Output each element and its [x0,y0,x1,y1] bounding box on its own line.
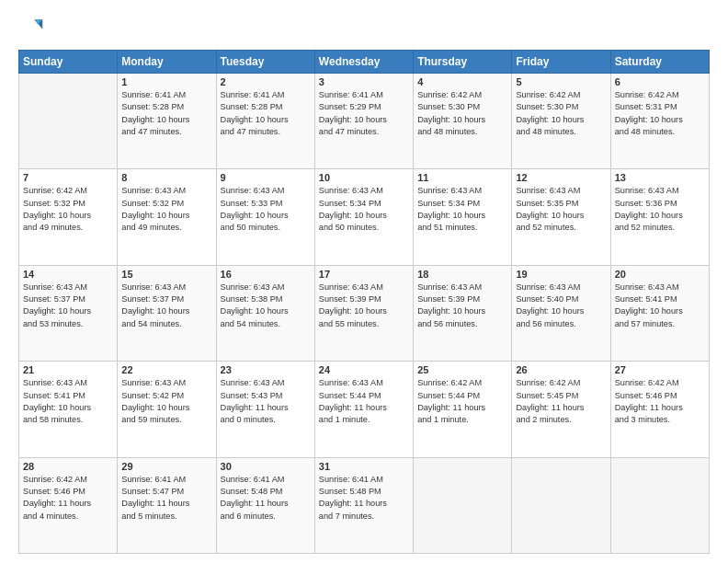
day-info: Sunrise: 6:43 AM Sunset: 5:42 PM Dayligh… [121,377,211,426]
calendar-cell: 18Sunrise: 6:43 AM Sunset: 5:39 PM Dayli… [414,265,512,361]
calendar-cell: 22Sunrise: 6:43 AM Sunset: 5:42 PM Dayli… [118,362,216,457]
calendar-cell: 15Sunrise: 6:43 AM Sunset: 5:37 PM Dayli… [118,265,216,361]
logo [18,15,48,40]
day-number: 8 [121,172,211,183]
day-info: Sunrise: 6:42 AM Sunset: 5:44 PM Dayligh… [417,377,507,426]
calendar-cell: 25Sunrise: 6:42 AM Sunset: 5:44 PM Dayli… [414,362,512,457]
day-info: Sunrise: 6:43 AM Sunset: 5:34 PM Dayligh… [319,185,409,234]
day-info: Sunrise: 6:43 AM Sunset: 5:41 PM Dayligh… [23,377,113,426]
day-info: Sunrise: 6:43 AM Sunset: 5:34 PM Dayligh… [417,185,507,234]
page: SundayMondayTuesdayWednesdayThursdayFrid… [0,0,728,563]
calendar-header-friday: Friday [512,51,610,74]
day-number: 6 [615,76,705,87]
calendar-cell: 31Sunrise: 6:41 AM Sunset: 5:48 PM Dayli… [314,457,413,553]
day-number: 4 [417,76,507,87]
calendar-cell: 7Sunrise: 6:42 AM Sunset: 5:32 PM Daylig… [19,169,118,265]
header [18,15,710,40]
calendar-header-row: SundayMondayTuesdayWednesdayThursdayFrid… [19,51,710,74]
day-info: Sunrise: 6:42 AM Sunset: 5:45 PM Dayligh… [516,377,606,426]
calendar-cell: 13Sunrise: 6:43 AM Sunset: 5:36 PM Dayli… [610,169,709,265]
day-info: Sunrise: 6:41 AM Sunset: 5:48 PM Dayligh… [319,474,409,523]
calendar-cell: 27Sunrise: 6:42 AM Sunset: 5:46 PM Dayli… [610,362,709,457]
day-info: Sunrise: 6:42 AM Sunset: 5:31 PM Dayligh… [615,89,705,138]
day-number: 18 [417,269,507,280]
day-number: 31 [319,461,409,472]
calendar-header-saturday: Saturday [610,51,709,74]
calendar-cell: 6Sunrise: 6:42 AM Sunset: 5:31 PM Daylig… [610,74,709,169]
day-info: Sunrise: 6:42 AM Sunset: 5:30 PM Dayligh… [516,89,606,138]
calendar-week-row: 28Sunrise: 6:42 AM Sunset: 5:46 PM Dayli… [19,457,710,553]
day-number: 3 [319,76,409,87]
day-info: Sunrise: 6:41 AM Sunset: 5:47 PM Dayligh… [121,474,211,523]
day-info: Sunrise: 6:43 AM Sunset: 5:40 PM Dayligh… [516,282,606,330]
day-info: Sunrise: 6:43 AM Sunset: 5:43 PM Dayligh… [221,377,311,426]
day-number: 19 [516,269,606,280]
day-number: 7 [23,172,113,183]
day-info: Sunrise: 6:43 AM Sunset: 5:33 PM Dayligh… [221,185,311,234]
calendar-cell: 12Sunrise: 6:43 AM Sunset: 5:35 PM Dayli… [512,169,610,265]
day-info: Sunrise: 6:43 AM Sunset: 5:39 PM Dayligh… [319,282,409,330]
day-number: 26 [516,364,606,375]
day-number: 21 [23,364,113,375]
calendar-cell: 8Sunrise: 6:43 AM Sunset: 5:32 PM Daylig… [118,169,216,265]
calendar-cell [512,457,610,553]
day-number: 17 [319,269,409,280]
day-number: 2 [221,76,311,87]
calendar-header-thursday: Thursday [414,51,512,74]
day-number: 10 [319,172,409,183]
day-info: Sunrise: 6:41 AM Sunset: 5:28 PM Dayligh… [121,89,211,138]
calendar-cell: 3Sunrise: 6:41 AM Sunset: 5:29 PM Daylig… [314,74,413,169]
calendar-week-row: 14Sunrise: 6:43 AM Sunset: 5:37 PM Dayli… [19,265,710,361]
calendar-cell [414,457,512,553]
calendar-header-tuesday: Tuesday [216,51,314,74]
calendar-cell: 4Sunrise: 6:42 AM Sunset: 5:30 PM Daylig… [414,74,512,169]
day-info: Sunrise: 6:43 AM Sunset: 5:35 PM Dayligh… [516,185,606,234]
day-number: 15 [121,269,211,280]
calendar-cell: 16Sunrise: 6:43 AM Sunset: 5:38 PM Dayli… [216,265,314,361]
calendar-cell: 10Sunrise: 6:43 AM Sunset: 5:34 PM Dayli… [314,169,413,265]
calendar-cell: 21Sunrise: 6:43 AM Sunset: 5:41 PM Dayli… [19,362,118,457]
calendar-cell: 20Sunrise: 6:43 AM Sunset: 5:41 PM Dayli… [610,265,709,361]
day-info: Sunrise: 6:43 AM Sunset: 5:32 PM Dayligh… [121,185,211,234]
calendar-cell: 29Sunrise: 6:41 AM Sunset: 5:47 PM Dayli… [118,457,216,553]
day-number: 24 [319,364,409,375]
day-info: Sunrise: 6:42 AM Sunset: 5:46 PM Dayligh… [615,377,705,426]
calendar-header-wednesday: Wednesday [314,51,413,74]
day-number: 28 [23,461,113,472]
svg-rect-0 [18,15,44,40]
day-number: 27 [615,364,705,375]
calendar-week-row: 7Sunrise: 6:42 AM Sunset: 5:32 PM Daylig… [19,169,710,265]
calendar-cell: 19Sunrise: 6:43 AM Sunset: 5:40 PM Dayli… [512,265,610,361]
calendar-cell: 28Sunrise: 6:42 AM Sunset: 5:46 PM Dayli… [19,457,118,553]
calendar-cell [610,457,709,553]
day-info: Sunrise: 6:41 AM Sunset: 5:28 PM Dayligh… [221,89,311,138]
day-info: Sunrise: 6:41 AM Sunset: 5:48 PM Dayligh… [221,474,311,523]
day-number: 14 [23,269,113,280]
calendar-week-row: 1Sunrise: 6:41 AM Sunset: 5:28 PM Daylig… [19,74,710,169]
day-number: 9 [221,172,311,183]
day-number: 16 [221,269,311,280]
day-number: 5 [516,76,606,87]
calendar-cell: 1Sunrise: 6:41 AM Sunset: 5:28 PM Daylig… [118,74,216,169]
day-number: 1 [121,76,211,87]
day-number: 22 [121,364,211,375]
day-number: 12 [516,172,606,183]
day-info: Sunrise: 6:43 AM Sunset: 5:37 PM Dayligh… [23,282,113,330]
day-info: Sunrise: 6:42 AM Sunset: 5:32 PM Dayligh… [23,185,113,234]
logo-icon [18,15,44,40]
day-number: 25 [417,364,507,375]
day-info: Sunrise: 6:43 AM Sunset: 5:38 PM Dayligh… [221,282,311,330]
day-info: Sunrise: 6:43 AM Sunset: 5:39 PM Dayligh… [417,282,507,330]
calendar-table: SundayMondayTuesdayWednesdayThursdayFrid… [18,50,710,554]
day-number: 13 [615,172,705,183]
calendar-cell: 14Sunrise: 6:43 AM Sunset: 5:37 PM Dayli… [19,265,118,361]
calendar-cell: 2Sunrise: 6:41 AM Sunset: 5:28 PM Daylig… [216,74,314,169]
calendar-cell: 24Sunrise: 6:43 AM Sunset: 5:44 PM Dayli… [314,362,413,457]
day-info: Sunrise: 6:42 AM Sunset: 5:46 PM Dayligh… [23,474,113,523]
day-info: Sunrise: 6:41 AM Sunset: 5:29 PM Dayligh… [319,89,409,138]
day-number: 29 [121,461,211,472]
calendar-cell: 26Sunrise: 6:42 AM Sunset: 5:45 PM Dayli… [512,362,610,457]
day-info: Sunrise: 6:43 AM Sunset: 5:44 PM Dayligh… [319,377,409,426]
calendar-cell: 5Sunrise: 6:42 AM Sunset: 5:30 PM Daylig… [512,74,610,169]
calendar-header-monday: Monday [118,51,216,74]
